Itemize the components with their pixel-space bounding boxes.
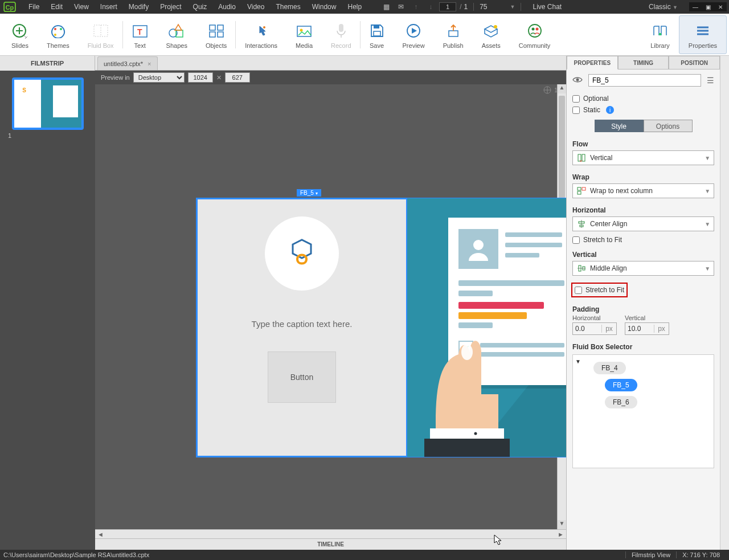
- scroll-left-icon[interactable]: ◄: [97, 531, 104, 538]
- arrow-up-icon[interactable]: ↓: [423, 3, 438, 11]
- svg-point-19: [263, 26, 265, 28]
- window-maximize-icon[interactable]: ▣: [702, 2, 714, 11]
- tab-properties[interactable]: PROPERTIES: [567, 56, 618, 70]
- checkbox-static[interactable]: Statici: [572, 106, 714, 114]
- scroll-right-icon[interactable]: ►: [558, 531, 564, 538]
- object-name-input[interactable]: [588, 74, 701, 87]
- preview-label: Preview in: [101, 74, 130, 81]
- button-placeholder[interactable]: Button: [268, 351, 336, 403]
- canvas-hscrollbar[interactable]: ◄ ►: [95, 529, 566, 538]
- menu-file[interactable]: File: [23, 3, 45, 11]
- illustration-hand: [413, 314, 515, 457]
- tool-properties[interactable]: Properties: [679, 15, 727, 54]
- svg-rect-22: [339, 24, 343, 32]
- menu-view[interactable]: View: [68, 3, 95, 11]
- scroll-up-icon[interactable]: ▲: [558, 84, 566, 93]
- tool-record[interactable]: Record: [322, 15, 360, 54]
- canvas[interactable]: 102 ▲ ▼ FB_5 ▾ Type the caption text her…: [95, 84, 566, 529]
- mail-icon[interactable]: ✉: [394, 3, 408, 11]
- tool-save[interactable]: Save: [361, 15, 394, 54]
- preview-height[interactable]: 627: [225, 72, 250, 83]
- window-minimize-icon[interactable]: —: [689, 2, 702, 11]
- timeline-header[interactable]: TIMELINE: [95, 538, 566, 550]
- page-current[interactable]: 1: [439, 2, 456, 11]
- layout-icon[interactable]: ▦: [379, 3, 394, 11]
- panel-menu-icon[interactable]: ☰: [707, 76, 714, 85]
- padding-v-input[interactable]: 10.0px: [625, 322, 669, 335]
- caret-down-icon: ▼: [705, 265, 710, 272]
- menu-themes[interactable]: Themes: [270, 3, 306, 11]
- properties-vscrollbar[interactable]: [720, 56, 729, 550]
- menu-edit[interactable]: Edit: [45, 3, 68, 11]
- tab-close-icon[interactable]: ×: [148, 60, 151, 67]
- checkbox-optional[interactable]: Optional: [572, 95, 714, 103]
- zoom-value[interactable]: 75: [480, 3, 487, 11]
- menu-project[interactable]: Project: [154, 3, 187, 11]
- preview-width[interactable]: 1024: [188, 72, 213, 83]
- vertical-select[interactable]: Middle Align▼: [572, 261, 714, 276]
- info-icon[interactable]: i: [606, 106, 614, 114]
- fluidbox-fb6[interactable]: ✔: [407, 198, 566, 457]
- checkbox-h-stretch[interactable]: Stretch to Fit: [572, 236, 714, 244]
- fluidbox-fb5[interactable]: Type the caption text here. Button: [196, 198, 407, 457]
- preview-device-select[interactable]: Desktop: [133, 72, 185, 83]
- svg-point-7: [54, 34, 56, 36]
- menu-video[interactable]: Video: [241, 3, 270, 11]
- arrow-down-icon[interactable]: ↑: [408, 3, 423, 11]
- document-tab[interactable]: untitled3.cptx* ×: [97, 56, 158, 70]
- subtab-style[interactable]: Style: [595, 120, 644, 132]
- tab-position[interactable]: POSITION: [669, 56, 720, 70]
- padding-label: Padding: [567, 302, 720, 314]
- fb-node-fb5[interactable]: FB_5: [605, 379, 637, 391]
- menu-modify[interactable]: Modify: [123, 3, 154, 11]
- flow-select[interactable]: Vertical▼: [572, 150, 714, 165]
- fb-node-fb4[interactable]: FB_4: [593, 362, 626, 374]
- tool-interactions[interactable]: Interactions: [236, 15, 286, 54]
- tool-themes[interactable]: Themes: [38, 15, 79, 54]
- status-filepath: C:\Users\sairam\Desktop\Sample RSA\untit…: [3, 551, 149, 558]
- subtab-options[interactable]: Options: [644, 120, 693, 132]
- tool-assets[interactable]: Assets: [473, 15, 510, 54]
- menu-quiz[interactable]: Quiz: [187, 3, 213, 11]
- tool-fluidbox[interactable]: Fluid Box: [79, 15, 123, 54]
- menu-audio[interactable]: Audio: [212, 3, 241, 11]
- slide[interactable]: FB_5 ▾ Type the caption text here. Butto…: [196, 198, 566, 457]
- tool-publish[interactable]: Publish: [434, 15, 473, 54]
- horizontal-select[interactable]: Center Align▼: [572, 216, 714, 231]
- workspace-switcher[interactable]: Classic ▼: [643, 3, 683, 11]
- wrap-label: Wrap: [567, 170, 720, 182]
- menu-window[interactable]: Window: [306, 3, 342, 11]
- scroll-thumb[interactable]: [559, 96, 565, 210]
- tool-media[interactable]: Media: [286, 15, 322, 54]
- tool-slides[interactable]: Slides: [2, 15, 38, 54]
- tree-collapse-icon[interactable]: ▼: [575, 358, 581, 365]
- padding-h-input[interactable]: 0.0px: [572, 322, 617, 335]
- filmstrip-header: FILMSTRIP: [0, 56, 95, 71]
- scroll-down-icon[interactable]: ▼: [558, 520, 566, 529]
- page-separator: /: [460, 3, 461, 11]
- tool-preview[interactable]: Preview: [394, 15, 434, 54]
- times-icon: ✕: [216, 74, 222, 81]
- window-close-icon[interactable]: ✕: [714, 2, 727, 11]
- checkbox-v-stretch[interactable]: Stretch to Fit: [575, 286, 624, 294]
- menu-insert[interactable]: Insert: [95, 3, 123, 11]
- menu-help[interactable]: Help: [342, 3, 367, 11]
- placeholder-logo[interactable]: [265, 216, 339, 291]
- tool-text[interactable]: TText: [123, 15, 157, 54]
- tool-community[interactable]: Community: [510, 15, 560, 54]
- zoom-caret-icon[interactable]: ▼: [510, 4, 515, 10]
- visibility-eye-icon[interactable]: [572, 76, 583, 85]
- tool-library[interactable]: Library: [641, 15, 679, 54]
- svg-text:Cp: Cp: [6, 4, 14, 11]
- caption-placeholder[interactable]: Type the caption text here.: [198, 319, 406, 329]
- tab-timing[interactable]: TIMING: [618, 56, 669, 70]
- slide-thumbnail-1[interactable]: S: [12, 77, 84, 130]
- fb-node-fb6[interactable]: FB_6: [605, 396, 637, 408]
- live-chat[interactable]: Live Chat: [527, 3, 567, 11]
- tool-objects[interactable]: Objects: [196, 15, 236, 54]
- tool-shapes[interactable]: Shapes: [157, 15, 196, 54]
- status-view[interactable]: Filmstrip View: [625, 551, 676, 558]
- tab-title: untitled3.cptx*: [104, 60, 143, 67]
- toolbar: Slides Themes Fluid Box TText Shapes Obj…: [0, 14, 729, 56]
- wrap-select[interactable]: Wrap to next column▼: [572, 183, 714, 198]
